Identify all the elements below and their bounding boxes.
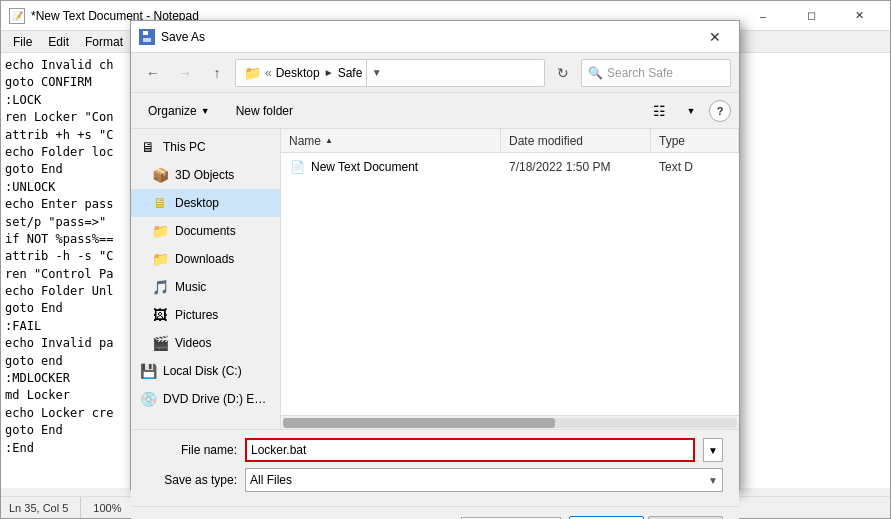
horizontal-scrollbar[interactable] — [281, 415, 739, 429]
sidebar-label-music: Music — [175, 280, 206, 294]
organize-label: Organize — [148, 104, 197, 118]
dialog-file-area: Name ▲ Date modified Type 📄 New Text Doc… — [281, 129, 739, 429]
sidebar-item-downloads[interactable]: 📁 Downloads — [131, 245, 280, 273]
view-dropdown-button[interactable]: ▼ — [677, 98, 705, 124]
breadcrumb-dropdown[interactable]: ▼ — [366, 60, 386, 86]
sidebar-item-this-pc[interactable]: 🖥 This PC — [131, 133, 280, 161]
videos-icon: 🎬 — [151, 334, 169, 352]
breadcrumb-arrow: ► — [324, 67, 334, 78]
file-list-header: Name ▲ Date modified Type — [281, 129, 739, 153]
downloads-icon: 📁 — [151, 250, 169, 268]
file-name-row: File name: ▼ — [147, 438, 723, 462]
encoding-section: Encoding: UTF-8 ▼ Save Cancel — [400, 516, 723, 520]
cancel-button[interactable]: Cancel — [648, 516, 723, 520]
file-name-input[interactable] — [245, 438, 695, 462]
column-date-label: Date modified — [509, 134, 583, 148]
breadcrumb-separator: « — [265, 66, 272, 80]
search-icon: 🔍 — [588, 66, 603, 80]
file-menu[interactable]: File — [5, 33, 40, 51]
sidebar-item-local-disk-c[interactable]: 💾 Local Disk (C:) — [131, 357, 280, 385]
sort-arrow-icon: ▲ — [325, 136, 333, 145]
3d-objects-icon: 📦 — [151, 166, 169, 184]
sidebar-label-pictures: Pictures — [175, 308, 218, 322]
sidebar-label-local-disk-c: Local Disk (C:) — [163, 364, 242, 378]
file-name-label: File name: — [147, 443, 237, 457]
dialog-title-text: Save As — [161, 30, 205, 44]
sidebar-item-desktop[interactable]: 🖥 Desktop — [131, 189, 280, 217]
save-as-type-arrow-icon: ▼ — [708, 475, 718, 486]
sidebar-item-dvd-drive[interactable]: 💿 DVD Drive (D:) E… — [131, 385, 280, 413]
dialog-close-button[interactable]: ✕ — [699, 21, 731, 53]
save-as-type-select[interactable]: All Files ▼ — [245, 468, 723, 492]
organize-button[interactable]: Organize ▼ — [139, 98, 219, 124]
sidebar-label-3d-objects: 3D Objects — [175, 168, 234, 182]
breadcrumb-safe[interactable]: Safe — [338, 66, 363, 80]
save-as-type-row: Save as type: All Files ▼ — [147, 468, 723, 492]
column-header-type[interactable]: Type — [651, 129, 739, 152]
sidebar-item-3d-objects[interactable]: 📦 3D Objects — [131, 161, 280, 189]
column-header-date[interactable]: Date modified — [501, 129, 651, 152]
file-icon: 📄 — [289, 159, 305, 175]
breadcrumb-desktop[interactable]: Desktop — [276, 66, 320, 80]
save-as-icon — [139, 29, 155, 45]
nav-forward-button[interactable]: → — [171, 59, 199, 87]
column-header-name[interactable]: Name ▲ — [281, 129, 501, 152]
sidebar-label-downloads: Downloads — [175, 252, 234, 266]
sidebar-label-this-pc: This PC — [163, 140, 206, 154]
search-placeholder: Search Safe — [607, 66, 673, 80]
notepad-window-controls: – ◻ ✕ — [740, 1, 882, 31]
edit-menu[interactable]: Edit — [40, 33, 77, 51]
organize-arrow-icon: ▼ — [201, 106, 210, 116]
dialog-action-buttons: Save Cancel — [569, 516, 723, 520]
file-name: New Text Document — [311, 160, 418, 174]
dvd-drive-icon: 💿 — [139, 390, 157, 408]
save-as-dialog: Save As ✕ ← → ↑ 📁 « Desktop ► Safe ▼ ↻ 🔍… — [130, 20, 740, 490]
sidebar-item-videos[interactable]: 🎬 Videos — [131, 329, 280, 357]
sidebar-label-desktop: Desktop — [175, 196, 219, 210]
nav-up-button[interactable]: ↑ — [203, 59, 231, 87]
music-icon: 🎵 — [151, 278, 169, 296]
local-disk-icon: 💾 — [139, 362, 157, 380]
file-cell-type: Text D — [655, 160, 735, 174]
toolbar-right-section: ☷ ▼ ? — [645, 98, 731, 124]
save-as-type-value: All Files — [250, 473, 292, 487]
dialog-titlebar: Save As ✕ — [131, 21, 739, 53]
file-name-dropdown-button[interactable]: ▼ — [703, 438, 723, 462]
maximize-button[interactable]: ◻ — [788, 1, 834, 31]
change-view-button[interactable]: ☷ — [645, 98, 673, 124]
refresh-button[interactable]: ↻ — [549, 59, 577, 87]
column-type-label: Type — [659, 134, 685, 148]
file-list-content: 📄 New Text Document 7/18/2022 1:50 PM Te… — [281, 153, 739, 415]
new-folder-label: New folder — [236, 104, 293, 118]
sidebar-label-dvd-drive: DVD Drive (D:) E… — [163, 392, 266, 406]
notepad-app-icon: 📝 — [9, 8, 25, 24]
dialog-form: File name: ▼ Save as type: All Files ▼ — [131, 429, 739, 506]
help-button[interactable]: ? — [709, 100, 731, 122]
sidebar-label-videos: Videos — [175, 336, 211, 350]
save-button[interactable]: Save — [569, 516, 644, 520]
nav-back-button[interactable]: ← — [139, 59, 167, 87]
this-pc-icon: 🖥 — [139, 138, 157, 156]
dialog-sidebar: 🖥 This PC 📦 3D Objects 🖥 Desktop 📁 Docum… — [131, 129, 281, 429]
format-menu[interactable]: Format — [77, 33, 131, 51]
documents-icon: 📁 — [151, 222, 169, 240]
dialog-navigation: ← → ↑ 📁 « Desktop ► Safe ▼ ↻ 🔍 Search Sa… — [131, 53, 739, 93]
save-as-type-label: Save as type: — [147, 473, 237, 487]
dialog-toolbar: Organize ▼ New folder ☷ ▼ ? — [131, 93, 739, 129]
dialog-bottom-bar: ▲ Hide Folders Encoding: UTF-8 ▼ Save Ca… — [131, 506, 739, 519]
minimize-button[interactable]: – — [740, 1, 786, 31]
sidebar-item-music[interactable]: 🎵 Music — [131, 273, 280, 301]
file-cell-date: 7/18/2022 1:50 PM — [505, 160, 655, 174]
pictures-icon: 🖼 — [151, 306, 169, 324]
svg-rect-2 — [143, 38, 151, 42]
sidebar-item-pictures[interactable]: 🖼 Pictures — [131, 301, 280, 329]
sidebar-item-documents[interactable]: 📁 Documents — [131, 217, 280, 245]
new-folder-button[interactable]: New folder — [227, 98, 302, 124]
search-bar[interactable]: 🔍 Search Safe — [581, 59, 731, 87]
dialog-title-area: Save As — [139, 29, 205, 45]
dialog-main-area: 🖥 This PC 📦 3D Objects 🖥 Desktop 📁 Docum… — [131, 129, 739, 429]
folder-icon: 📁 — [244, 65, 261, 81]
close-button[interactable]: ✕ — [836, 1, 882, 31]
file-row[interactable]: 📄 New Text Document 7/18/2022 1:50 PM Te… — [281, 155, 739, 179]
breadcrumb-bar: 📁 « Desktop ► Safe ▼ — [235, 59, 545, 87]
